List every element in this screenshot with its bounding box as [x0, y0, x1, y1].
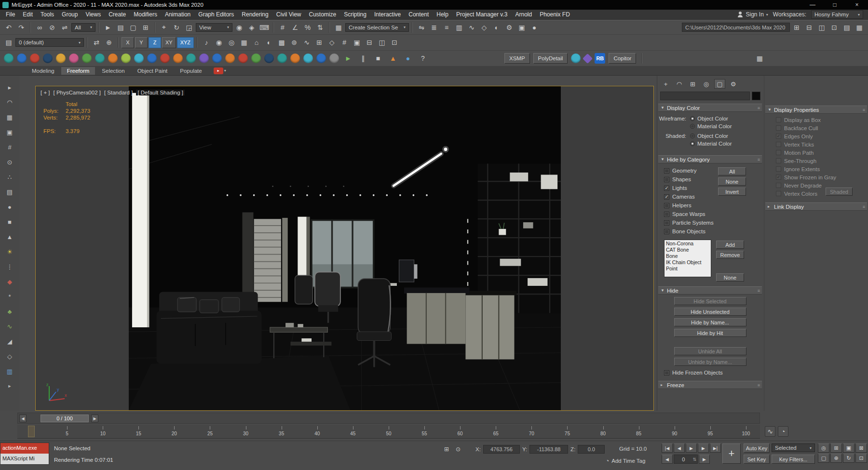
dots-icon[interactable]: ⋮	[4, 261, 15, 272]
display-property-checkbox[interactable]: Never Degrade	[776, 181, 868, 189]
menu-item[interactable]: Edit	[19, 10, 37, 19]
layers-icon[interactable]: ▤	[4, 187, 15, 197]
circle-point-icon[interactable]: ⊙	[4, 157, 15, 167]
set-keys-button[interactable]: +	[722, 443, 741, 464]
display-property-checkbox[interactable]: See-Through	[776, 157, 868, 165]
go-to-start-icon[interactable]: |◀	[662, 443, 673, 453]
plugin-icon[interactable]	[199, 54, 209, 63]
display-property-checkbox[interactable]: Motion Path	[776, 148, 868, 157]
selection-lock-icon[interactable]: ⊙	[453, 444, 463, 454]
hide-button[interactable]: Hide Selected	[674, 297, 746, 305]
arc-icon[interactable]: ◠	[4, 97, 15, 107]
set-key-button[interactable]: Set Key	[744, 455, 770, 464]
category-checkbox[interactable]: Shapes	[664, 175, 718, 184]
align-icon[interactable]: ≣	[428, 22, 440, 33]
ring-icon[interactable]: ⊚	[288, 37, 300, 48]
y-coordinate-field[interactable]: -11363.88	[529, 445, 568, 454]
plugin-icon[interactable]	[108, 54, 118, 63]
plugin-icon[interactable]	[43, 54, 53, 63]
shaded-flyout-button[interactable]: Shaded	[826, 188, 853, 196]
unlink-selection-icon[interactable]: ⊘	[46, 22, 58, 33]
window-crossing-icon[interactable]: ⊞	[140, 22, 151, 33]
ribbon-tab[interactable]: Modeling	[26, 67, 60, 75]
display-property-checkbox[interactable]: Show Frozen in Gray	[776, 173, 868, 181]
plugin-icon[interactable]	[69, 54, 79, 63]
category-checkbox[interactable]: Lights	[664, 184, 718, 192]
plugin-icon[interactable]	[30, 54, 40, 63]
mesh-icon[interactable]: ▩	[276, 37, 287, 48]
time-configuration-icon[interactable]: ◔	[778, 426, 788, 437]
category-checkbox[interactable]: Space Warps	[664, 210, 718, 218]
minimize-button[interactable]: —	[801, 0, 824, 10]
select-arrow-icon[interactable]: ▸	[4, 82, 15, 93]
previous-frame-icon[interactable]: ◀	[674, 443, 685, 453]
plugin-icon[interactable]	[316, 54, 326, 63]
undo-icon[interactable]: ↶	[3, 22, 14, 33]
contrast-icon[interactable]: ◐	[263, 37, 275, 48]
menu-item[interactable]: Animation	[161, 10, 194, 19]
shaded-color-radio[interactable]: Object Color	[690, 133, 732, 139]
play-icon[interactable]: ▶	[686, 443, 697, 453]
edit-named-selections-icon[interactable]: ▦	[333, 22, 344, 33]
modifier-set-dropdown[interactable]: 0 (default) ▾	[15, 38, 84, 47]
hide-button[interactable]: Hide by Hit	[674, 329, 746, 337]
track-bar[interactable]: 0510152025303540455055606570758085909510…	[17, 425, 760, 439]
rollout-link-display[interactable]: ▸ Link Display ≡	[765, 202, 867, 211]
diamond-icon[interactable]: ◇	[326, 37, 338, 48]
pan-icon[interactable]: ⊕	[830, 454, 842, 463]
redo-icon[interactable]: ↷	[15, 22, 27, 33]
menu-item[interactable]: Rendering	[238, 10, 272, 19]
angle-snap-icon[interactable]: ∠	[289, 22, 301, 33]
rollout-freeze[interactable]: ▸ Freeze ≡	[658, 381, 762, 389]
menu-item[interactable]: Create	[105, 10, 130, 19]
sofa[interactable]	[156, 292, 261, 364]
category-list-button[interactable]: None	[716, 273, 744, 282]
time-slider-track[interactable]: ◀ 0 / 100 ▶	[17, 413, 760, 424]
plugin-icon[interactable]	[212, 54, 222, 63]
workspace-dropdown[interactable]: Hosny Fahmy ▾	[811, 10, 863, 19]
grid-icon[interactable]: ▦	[238, 37, 250, 48]
target-icon[interactable]: ◎	[226, 37, 237, 48]
add-time-tag[interactable]: ◔ Add Time Tag	[606, 457, 645, 464]
maximize-button[interactable]: □	[824, 0, 846, 10]
hatch-icon[interactable]: #	[4, 142, 15, 152]
plugin-icon[interactable]	[95, 54, 105, 63]
plugin-icon[interactable]	[225, 54, 235, 63]
render-icon[interactable]: ●	[529, 22, 540, 33]
plugin-icon[interactable]	[290, 54, 300, 63]
spinner-snap-icon[interactable]: ⇅	[314, 22, 326, 33]
select-and-move-icon[interactable]: ⌖	[158, 22, 170, 33]
blinds-panel[interactable]	[254, 219, 281, 302]
plugin-icon[interactable]	[17, 54, 27, 63]
z-coordinate-field[interactable]: 0.0	[578, 445, 605, 454]
zoom-all-icon[interactable]: ⊞	[830, 443, 842, 453]
flame-icon[interactable]: ▲	[387, 53, 399, 64]
menu-item[interactable]: Graph Editors	[194, 10, 238, 19]
orbit-icon[interactable]: ↻	[843, 454, 854, 463]
rollout-display-color[interactable]: ▼ Display Color ≡	[658, 104, 762, 112]
use-pivot-center-icon[interactable]: ◉	[233, 22, 245, 33]
select-and-manipulate-icon[interactable]: ◈	[246, 22, 258, 33]
list-item[interactable]: CAT Bone	[666, 247, 709, 253]
color-grid-icon[interactable]: ▦	[754, 53, 765, 64]
window-grid-icon[interactable]: ⊞	[313, 37, 325, 48]
go-to-end-icon[interactable]: ▶|	[710, 443, 721, 453]
asset-tracking-icon[interactable]: ◫	[816, 22, 827, 33]
scatter-icon[interactable]: ∴	[4, 172, 15, 182]
rollout-display-properties[interactable]: ▼ Display Properties ≡	[765, 106, 867, 114]
curve-editor-icon[interactable]: ∿	[466, 22, 477, 33]
rollout-hide-by-category[interactable]: ▼ Hide by Category ≡	[658, 155, 762, 163]
list-item[interactable]: Bone	[666, 253, 709, 259]
mini-curve-editor-icon[interactable]: ∿	[765, 426, 775, 437]
category-checkbox[interactable]: Helpers	[664, 201, 718, 210]
next-frame-arrow-icon[interactable]: ▶	[91, 415, 98, 422]
hide-button[interactable]: Hide Unselected	[674, 308, 746, 316]
gem-icon[interactable]: ◆	[4, 276, 15, 287]
itoo-plugin-icon[interactable]	[583, 53, 593, 63]
wall-cabinet[interactable]	[242, 212, 253, 303]
folder-up-icon[interactable]: ⊟	[803, 22, 815, 33]
ramp-icon[interactable]: ◢	[4, 336, 15, 347]
wireframe-color-radio[interactable]: Material Color	[690, 123, 732, 129]
hide-button[interactable]: Hide by Name...	[674, 318, 746, 326]
plugin-icon[interactable]	[238, 54, 248, 63]
